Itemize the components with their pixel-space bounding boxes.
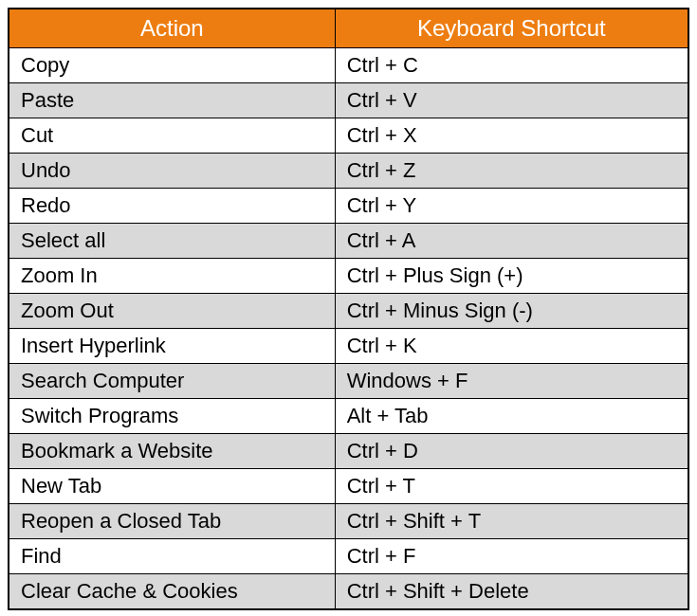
table-row: Zoom InCtrl + Plus Sign (+): [9, 259, 688, 294]
cell-action: Clear Cache & Cookies: [9, 574, 335, 610]
cell-shortcut: Ctrl + Shift + Delete: [335, 574, 688, 610]
cell-action: Paste: [9, 83, 335, 118]
cell-shortcut: Ctrl + K: [335, 329, 688, 364]
table-row: CutCtrl + X: [9, 118, 688, 154]
table-row: New TabCtrl + T: [9, 469, 688, 504]
cell-action: New Tab: [9, 469, 335, 504]
cell-shortcut: Ctrl + Plus Sign (+): [335, 259, 688, 294]
cell-shortcut: Ctrl + V: [335, 83, 688, 118]
cell-action: Find: [9, 539, 335, 574]
cell-shortcut: Ctrl + Z: [335, 154, 688, 189]
cell-shortcut: Ctrl + Y: [335, 189, 688, 224]
table-row: Insert HyperlinkCtrl + K: [9, 329, 688, 364]
cell-action: Zoom Out: [9, 294, 335, 329]
cell-action: Search Computer: [9, 364, 335, 399]
cell-action: Select all: [9, 224, 335, 259]
cell-shortcut: Ctrl + Minus Sign (-): [335, 294, 688, 329]
table-row: Reopen a Closed TabCtrl + Shift + T: [9, 504, 688, 539]
table-row: Switch ProgramsAlt + Tab: [9, 399, 688, 434]
table-row: Search ComputerWindows + F: [9, 364, 688, 399]
shortcuts-table: Action Keyboard Shortcut CopyCtrl + CPas…: [8, 8, 689, 610]
cell-action: Copy: [9, 48, 335, 83]
cell-shortcut: Ctrl + F: [335, 539, 688, 574]
table-row: CopyCtrl + C: [9, 48, 688, 83]
cell-action: Bookmark a Website: [9, 434, 335, 469]
cell-action: Zoom In: [9, 259, 335, 294]
cell-action: Undo: [9, 154, 335, 189]
cell-action: Reopen a Closed Tab: [9, 504, 335, 539]
table-body: CopyCtrl + CPasteCtrl + VCutCtrl + XUndo…: [9, 48, 688, 610]
cell-shortcut: Ctrl + X: [335, 118, 688, 154]
cell-action: Cut: [9, 118, 335, 154]
table-row: UndoCtrl + Z: [9, 154, 688, 189]
cell-shortcut: Ctrl + A: [335, 224, 688, 259]
table-row: Zoom OutCtrl + Minus Sign (-): [9, 294, 688, 329]
cell-shortcut: Ctrl + C: [335, 48, 688, 83]
table-row: RedoCtrl + Y: [9, 189, 688, 224]
table-header-row: Action Keyboard Shortcut: [9, 9, 688, 48]
header-action: Action: [9, 9, 335, 48]
cell-shortcut: Ctrl + T: [335, 469, 688, 504]
cell-shortcut: Ctrl + Shift + T: [335, 504, 688, 539]
table-row: Clear Cache & CookiesCtrl + Shift + Dele…: [9, 574, 688, 610]
table-row: FindCtrl + F: [9, 539, 688, 574]
table-row: PasteCtrl + V: [9, 83, 688, 118]
table-row: Select allCtrl + A: [9, 224, 688, 259]
header-shortcut: Keyboard Shortcut: [335, 9, 688, 48]
cell-action: Redo: [9, 189, 335, 224]
cell-action: Switch Programs: [9, 399, 335, 434]
cell-shortcut: Alt + Tab: [335, 399, 688, 434]
cell-action: Insert Hyperlink: [9, 329, 335, 364]
cell-shortcut: Windows + F: [335, 364, 688, 399]
cell-shortcut: Ctrl + D: [335, 434, 688, 469]
table-row: Bookmark a WebsiteCtrl + D: [9, 434, 688, 469]
